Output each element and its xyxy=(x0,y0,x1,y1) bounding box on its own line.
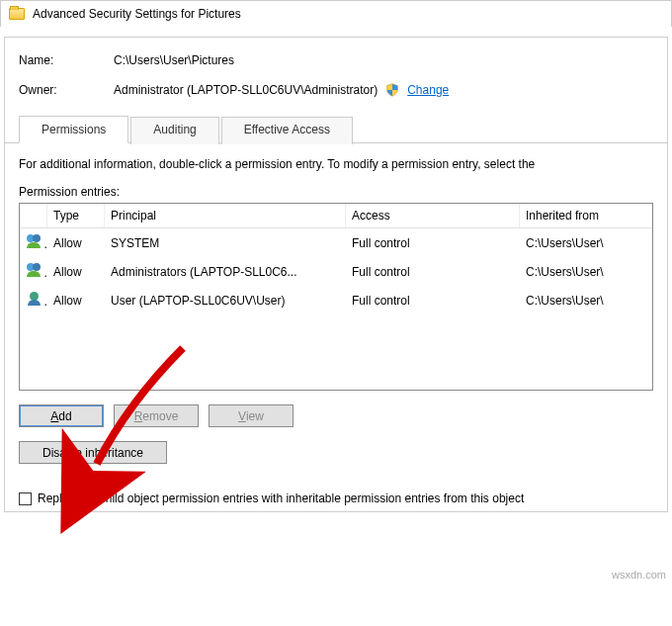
name-value: C:\Users\User\Pictures xyxy=(114,53,234,67)
cell-type: Allow xyxy=(47,262,105,282)
watermark: wsxdn.com xyxy=(612,569,666,581)
tab-bar: Permissions Auditing Effective Access xyxy=(5,115,667,143)
disable-row: Disable inheritance xyxy=(19,441,653,464)
entries-list[interactable]: Type Principal Access Inherited from All… xyxy=(19,203,653,391)
view-button: View xyxy=(209,404,294,427)
table-row[interactable]: AllowAdministrators (LAPTOP-SLL0C6...Ful… xyxy=(20,257,652,286)
replace-checkbox-label: Replace all child object permission entr… xyxy=(38,492,524,505)
tab-content: For additional information, double-click… xyxy=(5,143,667,478)
table-row[interactable]: AllowSYSTEMFull controlC:\Users\User\ xyxy=(20,228,652,257)
col-principal[interactable]: Principal xyxy=(105,204,346,227)
add-button[interactable]: Add xyxy=(19,404,104,427)
cell-type: Allow xyxy=(47,291,105,311)
col-inherited[interactable]: Inherited from xyxy=(520,204,652,227)
shield-icon xyxy=(385,83,399,97)
entries-header: Type Principal Access Inherited from xyxy=(20,204,652,228)
cell-access: Full control xyxy=(346,262,520,282)
cell-principal: SYSTEM xyxy=(105,233,346,253)
button-row: Add Remove View xyxy=(19,404,653,427)
disable-inheritance-button[interactable]: Disable inheritance xyxy=(19,441,167,464)
group-icon xyxy=(26,234,43,248)
group-icon xyxy=(26,263,43,277)
cell-principal: User (LAPTOP-SLL0C6UV\User) xyxy=(105,291,346,311)
entries-label: Permission entries: xyxy=(19,185,653,199)
owner-label: Owner: xyxy=(19,83,114,97)
tab-auditing[interactable]: Auditing xyxy=(130,117,218,144)
info-text: For additional information, double-click… xyxy=(19,157,653,171)
replace-checkbox[interactable] xyxy=(19,492,32,505)
cell-access: Full control xyxy=(346,233,520,253)
change-owner-link[interactable]: Change xyxy=(407,83,449,97)
cell-access: Full control xyxy=(346,291,520,311)
folder-icon xyxy=(9,8,25,20)
name-row: Name: C:\Users\User\Pictures xyxy=(5,49,667,71)
cell-principal: Administrators (LAPTOP-SLL0C6... xyxy=(105,262,346,282)
cell-type: Allow xyxy=(47,233,105,253)
tab-effective-access[interactable]: Effective Access xyxy=(221,117,353,144)
owner-value: Administrator (LAPTOP-SLL0C6UV\Administr… xyxy=(114,83,378,97)
cell-inherited: C:\Users\User\ xyxy=(520,291,652,311)
user-icon xyxy=(26,292,43,306)
name-label: Name: xyxy=(19,53,114,67)
owner-row: Owner: Administrator (LAPTOP-SLL0C6UV\Ad… xyxy=(5,79,667,101)
cell-inherited: C:\Users\User\ xyxy=(520,233,652,253)
replace-checkbox-row: Replace all child object permission entr… xyxy=(19,492,653,505)
tab-permissions[interactable]: Permissions xyxy=(19,116,128,143)
main-panel: Name: C:\Users\User\Pictures Owner: Admi… xyxy=(4,37,668,512)
window-title: Advanced Security Settings for Pictures xyxy=(33,7,241,21)
titlebar: Advanced Security Settings for Pictures xyxy=(0,0,672,27)
table-row[interactable]: AllowUser (LAPTOP-SLL0C6UV\User)Full con… xyxy=(20,286,652,314)
cell-inherited: C:\Users\User\ xyxy=(520,262,652,282)
remove-button: Remove xyxy=(114,404,199,427)
col-access[interactable]: Access xyxy=(346,204,520,227)
col-type[interactable]: Type xyxy=(47,204,105,227)
